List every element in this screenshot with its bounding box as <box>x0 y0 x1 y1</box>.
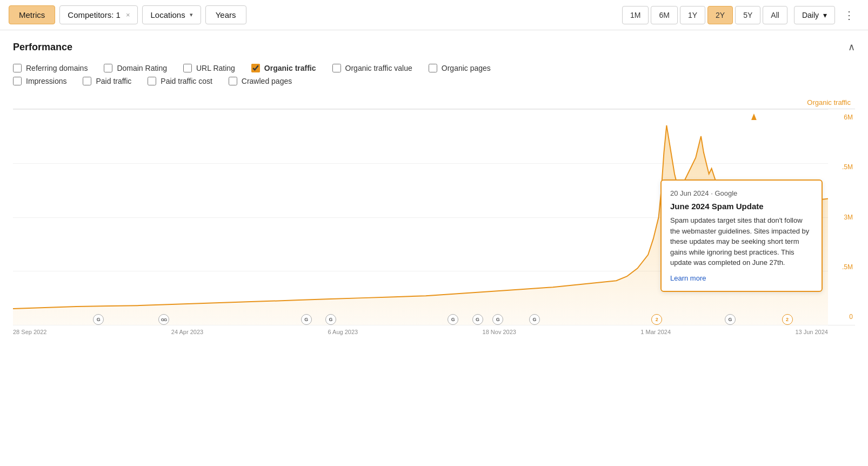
checkbox-paid-cost[interactable]: Paid traffic cost <box>148 77 212 85</box>
main-content: Performance ∧ Referring domains Domain R… <box>0 30 868 335</box>
close-icon[interactable]: × <box>126 11 130 19</box>
y-label-6m: 6M <box>828 114 855 121</box>
checkbox-organic-value[interactable]: Organic traffic value <box>332 64 412 72</box>
checkbox-row-2: Impressions Paid traffic Paid traffic co… <box>13 77 855 85</box>
event-marker-7[interactable]: G <box>492 314 503 325</box>
x-label-apr2023: 24 Apr 2023 <box>171 329 203 335</box>
checkbox-label-organic-pages: Organic pages <box>442 64 491 72</box>
metrics-tab[interactable]: Metrics <box>9 5 55 24</box>
x-label-nov2023: 18 Nov 2023 <box>483 329 516 335</box>
checkbox-impressions[interactable]: Impressions <box>13 77 66 85</box>
x-label-sep2022: 28 Sep 2022 <box>13 329 46 335</box>
checkbox-label-referring: Referring domains <box>26 64 88 72</box>
y-label-1-5m: .5M <box>828 263 855 271</box>
event-marker-8[interactable]: G <box>529 314 540 325</box>
google-event-icon-6[interactable]: G <box>472 314 483 325</box>
x-axis-dates: 28 Sep 2022 24 Apr 2023 6 Aug 2023 18 No… <box>13 325 855 335</box>
checkbox-crawled[interactable]: Crawled pages <box>229 77 292 85</box>
collapse-button[interactable]: ∧ <box>848 41 855 53</box>
event-marker-11[interactable]: 2 <box>782 314 793 325</box>
checkbox-input-domain-rating[interactable] <box>104 64 112 72</box>
event-marker-2[interactable]: GG <box>158 314 169 325</box>
time-btn-5y[interactable]: 5Y <box>735 6 760 24</box>
google-event-icon-10[interactable]: G <box>725 314 736 325</box>
y-axis: 6M .5M 3M .5M 0 <box>828 109 855 325</box>
checkbox-input-url-rating[interactable] <box>183 64 192 72</box>
chart-spike-icon <box>751 114 757 120</box>
google-event-icon-2[interactable]: GG <box>158 314 169 325</box>
checkbox-input-organic-traffic[interactable] <box>251 64 260 72</box>
time-btn-1m[interactable]: 1M <box>622 6 649 24</box>
checkbox-paid-traffic[interactable]: Paid traffic <box>83 77 131 85</box>
checkbox-label-impressions: Impressions <box>26 77 66 85</box>
checkbox-label-paid-traffic: Paid traffic <box>96 77 131 85</box>
checkbox-label-organic-value: Organic traffic value <box>345 64 412 72</box>
years-tab[interactable]: Years <box>205 5 246 24</box>
x-label-jun2024: 13 Jun 2024 <box>795 329 828 335</box>
checkbox-input-crawled[interactable] <box>229 77 237 85</box>
event-marker-4[interactable]: G <box>325 314 336 325</box>
x-label-mar2024: 1 Mar 2024 <box>640 329 671 335</box>
time-btn-1y[interactable]: 1Y <box>680 6 705 24</box>
checkbox-input-paid-traffic[interactable] <box>83 77 91 85</box>
chart-series-label: Organic traffic <box>13 98 855 106</box>
tooltip-body: Spam updates target sites that don't fol… <box>670 215 813 268</box>
tooltip-title: June 2024 Spam Update <box>670 202 813 211</box>
checkbox-label-paid-cost: Paid traffic cost <box>161 77 212 85</box>
event-marker-9[interactable]: 2 <box>651 314 662 325</box>
checkbox-row-1: Referring domains Domain Rating URL Rati… <box>13 64 855 72</box>
y-label-3m: 3M <box>828 214 855 221</box>
google-event-icon-11[interactable]: 2 <box>782 314 793 325</box>
google-event-icon-8[interactable]: G <box>529 314 540 325</box>
google-event-icon-9[interactable]: 2 <box>651 314 662 325</box>
google-event-icon-4[interactable]: G <box>325 314 336 325</box>
performance-title: Performance <box>13 42 72 53</box>
top-bar: Metrics Competitors: 1 × Locations ▾ Yea… <box>0 0 868 30</box>
competitors-label: Competitors: 1 <box>68 10 121 19</box>
checkbox-url-rating[interactable]: URL Rating <box>183 64 235 72</box>
learn-more-link[interactable]: Learn more <box>670 274 706 282</box>
event-markers: G GG G G G G G <box>13 312 828 325</box>
google-event-icon-3[interactable]: G <box>301 314 312 325</box>
event-marker-6[interactable]: G <box>472 314 483 325</box>
checkbox-label-domain-rating: Domain Rating <box>117 64 167 72</box>
checkbox-label-crawled: Crawled pages <box>242 77 292 85</box>
time-btn-6m[interactable]: 6M <box>651 6 677 24</box>
checkbox-label-organic-traffic: Organic traffic <box>264 64 316 72</box>
event-marker-5[interactable]: G <box>448 314 458 325</box>
checkbox-organic-pages[interactable]: Organic pages <box>429 64 491 72</box>
y-label-0: 0 <box>828 313 855 321</box>
checkbox-input-referring[interactable] <box>13 64 22 72</box>
grid-line-bottom <box>13 325 828 325</box>
x-label-aug2023: 6 Aug 2023 <box>328 329 358 335</box>
event-marker-1[interactable]: G <box>93 314 104 325</box>
checkbox-input-organic-pages[interactable] <box>429 64 437 72</box>
checkbox-domain-rating[interactable]: Domain Rating <box>104 64 167 72</box>
more-options-button[interactable]: ⋮ <box>839 6 859 24</box>
chart-container: Organic traffic 6M .5M 3M .5M 0 <box>13 98 855 335</box>
daily-dropdown[interactable]: Daily ▾ <box>794 6 835 24</box>
google-event-icon-1[interactable]: G <box>93 314 104 325</box>
checkbox-input-organic-value[interactable] <box>332 64 341 72</box>
event-marker-10[interactable]: G <box>725 314 736 325</box>
locations-dropdown[interactable]: Locations ▾ <box>142 5 201 24</box>
time-btn-all[interactable]: All <box>763 6 787 24</box>
y-label-5m: .5M <box>828 163 855 171</box>
checkbox-organic-traffic[interactable]: Organic traffic <box>251 64 316 72</box>
tooltip-date: 20 Jun 2024 · Google <box>670 189 813 197</box>
event-marker-3[interactable]: G <box>301 314 312 325</box>
checkbox-input-impressions[interactable] <box>13 77 22 85</box>
competitors-tab[interactable]: Competitors: 1 × <box>59 5 138 24</box>
daily-arrow-icon: ▾ <box>823 11 827 19</box>
checkbox-input-paid-cost[interactable] <box>148 77 156 85</box>
google-event-icon-7[interactable]: G <box>492 314 503 325</box>
daily-label: Daily <box>802 11 819 19</box>
locations-label: Locations <box>150 10 185 19</box>
tooltip-box: 20 Jun 2024 · Google June 2024 Spam Upda… <box>660 179 823 292</box>
time-controls: 1M 6M 1Y 2Y 5Y All <box>622 6 787 24</box>
google-event-icon-5[interactable]: G <box>448 314 458 325</box>
performance-header: Performance ∧ <box>13 41 855 53</box>
checkbox-referring-domains[interactable]: Referring domains <box>13 64 88 72</box>
chart-wrapper: 6M .5M 3M .5M 0 <box>13 109 855 325</box>
time-btn-2y[interactable]: 2Y <box>707 6 733 24</box>
